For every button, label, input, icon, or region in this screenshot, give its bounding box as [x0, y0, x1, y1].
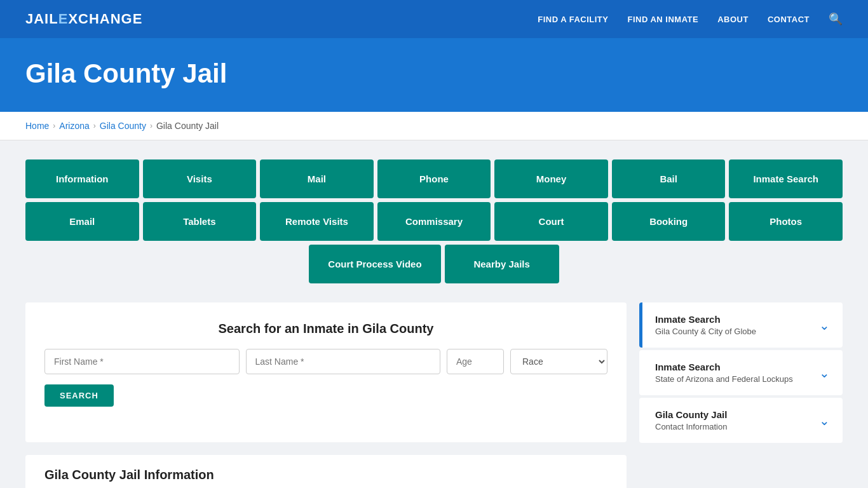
sidebar-item-title-contact: Gila County Jail	[655, 409, 727, 420]
first-name-input[interactable]	[44, 349, 240, 374]
sidebar: Inmate Search Gila County & City of Glob…	[639, 302, 843, 445]
age-input[interactable]	[447, 349, 504, 374]
btn-money[interactable]: Money	[494, 159, 608, 198]
btn-visits[interactable]: Visits	[143, 159, 257, 198]
sidebar-item-sub-gila: Gila County & City of Globe	[655, 327, 756, 336]
main-content: Information Visits Mail Phone Money Bail…	[0, 140, 868, 488]
search-button[interactable]: SEARCH	[44, 384, 114, 407]
nav-about[interactable]: ABOUT	[717, 15, 749, 24]
page-title: Gila County Jail	[25, 58, 843, 89]
breadcrumb: Home › Arizona › Gila County › Gila Coun…	[25, 121, 843, 131]
brand-logo[interactable]: JAILEXCHANGE	[25, 11, 142, 27]
btn-bail[interactable]: Bail	[612, 159, 726, 198]
btn-inmate-search[interactable]: Inmate Search	[729, 159, 843, 198]
nav-contact[interactable]: CONTACT	[768, 15, 810, 24]
race-select[interactable]: Race White Black Hispanic Asian Native A…	[510, 349, 607, 374]
brand-text-jail: JAIL	[25, 11, 58, 27]
btn-court[interactable]: Court	[494, 202, 608, 241]
sidebar-item-text-contact: Gila County Jail Contact Information	[655, 409, 727, 431]
chevron-down-icon-3: ⌄	[819, 413, 830, 428]
hero-section: Gila County Jail	[0, 38, 868, 112]
btn-nearby-jails[interactable]: Nearby Jails	[445, 245, 559, 283]
btn-photos[interactable]: Photos	[729, 202, 843, 241]
search-card: Search for an Inmate in Gila County Race…	[25, 302, 627, 442]
last-name-input[interactable]	[246, 349, 441, 374]
btn-email[interactable]: Email	[25, 202, 139, 241]
chevron-down-icon: ⌄	[819, 318, 830, 333]
navbar: JAILEXCHANGE FIND A FACILITY FIND AN INM…	[0, 0, 868, 38]
left-column: Search for an Inmate in Gila County Race…	[25, 302, 627, 488]
search-title: Search for an Inmate in Gila County	[44, 322, 607, 336]
nav-links: FIND A FACILITY FIND AN INMATE ABOUT CON…	[538, 12, 843, 26]
sidebar-item-sub-arizona: State of Arizona and Federal Lockups	[655, 374, 793, 384]
sidebar-item-inmate-search-gila[interactable]: Inmate Search Gila County & City of Glob…	[639, 302, 843, 348]
sidebar-item-text-arizona: Inmate Search State of Arizona and Feder…	[655, 362, 793, 384]
breadcrumb-current: Gila County Jail	[156, 121, 219, 131]
btn-information[interactable]: Information	[25, 159, 139, 198]
sidebar-item-title-arizona: Inmate Search	[655, 362, 793, 372]
btn-phone[interactable]: Phone	[377, 159, 491, 198]
lower-section: Search for an Inmate in Gila County Race…	[25, 302, 843, 488]
breadcrumb-gila-county[interactable]: Gila County	[100, 121, 146, 131]
btn-mail[interactable]: Mail	[260, 159, 374, 198]
button-grid-row2: Email Tablets Remote Visits Commissary C…	[25, 202, 843, 241]
info-title: Gila County Jail Information	[44, 468, 607, 482]
nav-find-facility[interactable]: FIND A FACILITY	[538, 15, 608, 24]
breadcrumb-sep-2: ›	[93, 121, 96, 130]
info-section: Gila County Jail Information	[25, 455, 627, 488]
breadcrumb-sep-1: ›	[53, 121, 55, 130]
chevron-down-icon-2: ⌄	[819, 365, 830, 381]
brand-text-xchange: XCHANGE	[68, 11, 142, 27]
sidebar-item-contact-info[interactable]: Gila County Jail Contact Information ⌄	[639, 398, 843, 443]
search-inputs: Race White Black Hispanic Asian Native A…	[44, 349, 607, 374]
btn-tablets[interactable]: Tablets	[143, 202, 257, 241]
sidebar-item-title-gila: Inmate Search	[655, 314, 756, 325]
breadcrumb-sep-3: ›	[150, 121, 153, 130]
btn-commissary[interactable]: Commissary	[377, 202, 491, 241]
brand-x: E	[58, 11, 69, 27]
breadcrumb-arizona[interactable]: Arizona	[59, 121, 89, 131]
nav-find-inmate[interactable]: FIND AN INMATE	[627, 15, 698, 24]
button-grid-row3: Court Process Video Nearby Jails	[25, 245, 843, 283]
btn-court-process-video[interactable]: Court Process Video	[309, 245, 440, 283]
sidebar-item-inmate-search-arizona[interactable]: Inmate Search State of Arizona and Feder…	[639, 350, 843, 395]
btn-remote-visits[interactable]: Remote Visits	[260, 202, 374, 241]
sidebar-item-sub-contact: Contact Information	[655, 422, 727, 431]
search-icon[interactable]: 🔍	[829, 12, 843, 26]
btn-booking[interactable]: Booking	[612, 202, 726, 241]
button-grid-row1: Information Visits Mail Phone Money Bail…	[25, 159, 843, 198]
breadcrumb-home[interactable]: Home	[25, 121, 49, 131]
breadcrumb-bar: Home › Arizona › Gila County › Gila Coun…	[0, 112, 868, 140]
sidebar-item-text-gila: Inmate Search Gila County & City of Glob…	[655, 314, 756, 336]
